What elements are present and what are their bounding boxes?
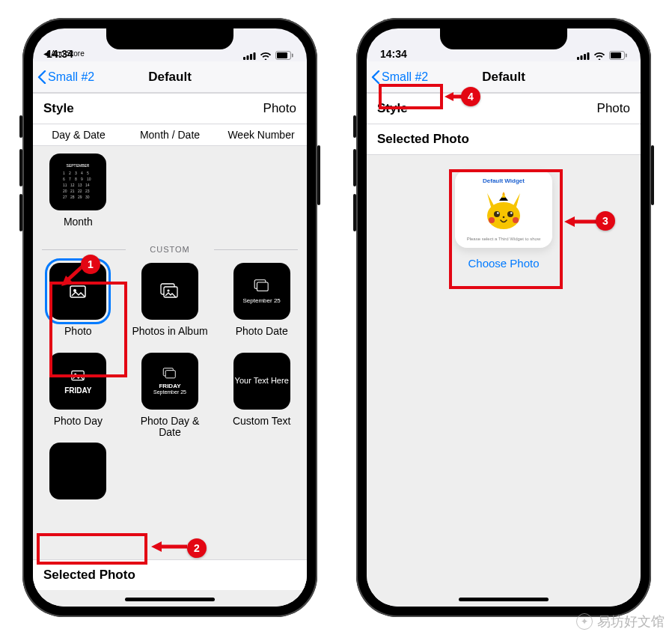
photo-icon: [70, 368, 86, 382]
svg-text:4: 4: [81, 171, 83, 175]
svg-point-34: [167, 289, 169, 291]
selected-photo-row: Selected Photo: [367, 124, 641, 155]
status-icons: [243, 51, 293, 60]
tile-label: Photo Date: [236, 326, 288, 348]
tile-label: Photos in Album: [132, 326, 207, 348]
photo-date-thumb: September 25: [233, 263, 290, 320]
style-row[interactable]: Style Photo: [33, 93, 307, 124]
tile-month[interactable]: SEPTEMBER 12345 678910 11121314 20212223…: [39, 151, 117, 240]
svg-text:3: 3: [75, 171, 77, 175]
svg-text:2: 2: [69, 171, 71, 175]
blank-thumb: [49, 443, 106, 499]
status-bar: 14:34 ◀ App Store: [33, 28, 307, 61]
style-row[interactable]: Style Photo: [367, 93, 641, 124]
choose-photo-button[interactable]: Choose Photo: [468, 257, 539, 270]
photos-icon: [162, 368, 177, 380]
nav-back-label: Small #2: [48, 70, 94, 84]
battery-icon: [609, 51, 627, 60]
style-value: Photo: [597, 101, 630, 116]
tile-label: Custom Text: [233, 416, 291, 438]
style-label: Style: [43, 101, 74, 116]
svg-text:6: 6: [63, 177, 65, 181]
svg-text:21: 21: [70, 189, 75, 193]
style-label: Style: [377, 101, 408, 116]
segment-row: Day & Date Month / Date Week Number: [33, 124, 307, 146]
status-icons: [577, 51, 627, 60]
svg-rect-1: [247, 55, 249, 60]
custom-divider: CUSTOM: [39, 245, 301, 254]
tile-photo-day-date[interactable]: FRIDAY September 25 Photo Day & Date: [131, 350, 210, 440]
svg-text:30: 30: [85, 195, 90, 199]
segment-day-date[interactable]: Day & Date: [33, 124, 124, 145]
svg-text:5: 5: [87, 171, 89, 175]
nav-back-button[interactable]: Small #2: [367, 61, 433, 92]
svg-text:22: 22: [78, 189, 82, 193]
segment-month-date[interactable]: Month / Date: [124, 124, 216, 145]
tile-photo[interactable]: Photo: [39, 260, 117, 350]
svg-text:23: 23: [85, 189, 90, 193]
tile-photo-date[interactable]: September 25 Photo Date: [222, 260, 301, 350]
phone-left: 14:34 ◀ App Store Small #2 Default S: [22, 18, 317, 617]
svg-rect-43: [584, 54, 586, 60]
svg-text:7: 7: [69, 177, 71, 181]
svg-text:20: 20: [63, 189, 67, 193]
svg-point-52: [510, 212, 513, 214]
svg-rect-2: [250, 54, 252, 60]
svg-text:9: 9: [81, 177, 83, 181]
photo-thumb: [49, 263, 106, 320]
svg-text:1: 1: [63, 171, 65, 175]
selected-photo-label: Selected Photo: [377, 132, 469, 147]
svg-rect-46: [611, 52, 621, 58]
svg-text:8: 8: [75, 177, 77, 181]
svg-text:11: 11: [63, 183, 67, 187]
back-to-app[interactable]: ◀ App Store: [43, 49, 85, 58]
status-time: 14:34: [380, 48, 433, 60]
tile-photos-album[interactable]: Photos in Album: [131, 260, 210, 350]
svg-text:SEPTEMBER: SEPTEMBER: [67, 163, 90, 168]
style-value: Photo: [263, 101, 296, 116]
selected-photo-row[interactable]: Selected Photo: [33, 559, 307, 590]
tile-photo-day[interactable]: FRIDAY Photo Day: [39, 350, 117, 440]
svg-rect-36: [257, 282, 268, 291]
calendar-icon: SEPTEMBER 12345 678910 11121314 20212223…: [55, 159, 100, 204]
svg-rect-42: [581, 55, 583, 60]
tile-blank[interactable]: Blank: [39, 440, 117, 529]
nav-back-button[interactable]: Small #2: [33, 61, 99, 92]
pikachu-icon: [481, 187, 526, 232]
svg-point-48: [487, 202, 520, 229]
svg-text:14: 14: [85, 183, 90, 187]
home-indicator[interactable]: [125, 598, 215, 601]
tile-custom-text[interactable]: Your Text Here Custom Text: [222, 350, 301, 440]
svg-text:29: 29: [78, 195, 82, 199]
svg-rect-0: [243, 57, 245, 60]
tile-label: Month: [64, 216, 93, 239]
nav-header: Small #2 Default: [33, 61, 307, 93]
wechat-icon: ✦: [576, 613, 593, 630]
svg-text:28: 28: [70, 195, 75, 199]
chevron-left-icon: [371, 70, 380, 84]
svg-point-53: [489, 217, 495, 223]
segment-week-number[interactable]: Week Number: [216, 124, 307, 145]
svg-rect-5: [277, 52, 287, 58]
selected-photo-label: Selected Photo: [43, 568, 135, 582]
photo-icon: [68, 283, 88, 300]
svg-point-51: [507, 211, 513, 217]
svg-rect-6: [292, 54, 293, 58]
battery-icon: [275, 51, 293, 60]
svg-point-55: [503, 216, 505, 219]
svg-rect-41: [577, 57, 579, 60]
watermark: ✦ 易坊好文馆: [576, 613, 665, 631]
svg-rect-3: [254, 52, 256, 60]
tile-label: Photo Day: [54, 416, 103, 438]
chevron-left-icon: [37, 70, 46, 84]
wifi-icon: [260, 52, 272, 60]
month-thumb: SEPTEMBER 12345 678910 11121314 20212223…: [49, 154, 106, 210]
svg-text:12: 12: [70, 183, 75, 187]
photo-preview-card: Default Widget: [455, 170, 552, 248]
photo-day-thumb: FRIDAY: [49, 353, 106, 410]
svg-rect-44: [587, 52, 590, 60]
svg-text:10: 10: [87, 177, 91, 181]
home-indicator[interactable]: [459, 598, 549, 601]
svg-text:13: 13: [78, 183, 82, 187]
nav-back-label: Small #2: [382, 70, 428, 84]
